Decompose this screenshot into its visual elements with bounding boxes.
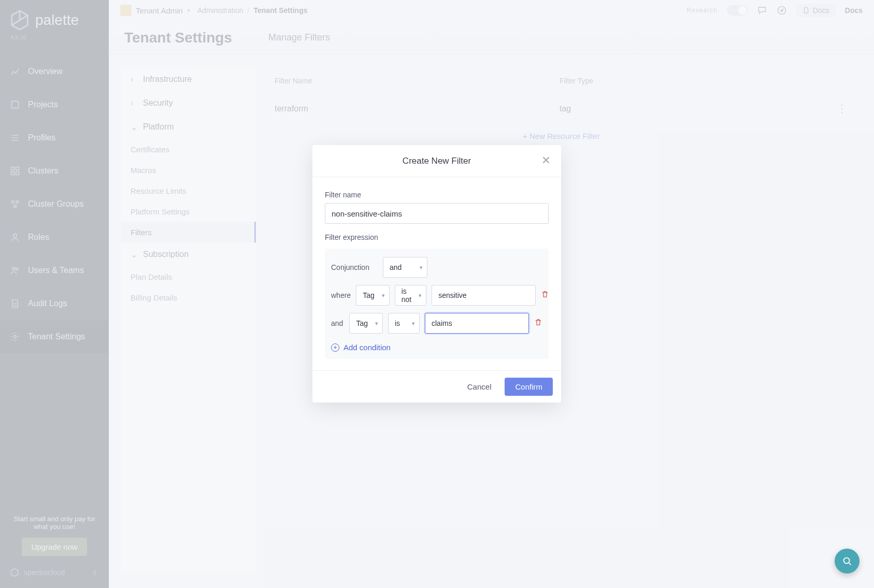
confirm-button[interactable]: Confirm	[505, 378, 553, 396]
operator-select[interactable]: is not▾	[395, 285, 426, 306]
operator-select[interactable]: is▾	[388, 313, 420, 334]
condition-lead: and	[331, 319, 344, 327]
value-input[interactable]	[432, 285, 536, 306]
chevron-down-icon: ▾	[375, 320, 378, 327]
trash-icon[interactable]	[541, 290, 549, 300]
select-value: is	[395, 319, 400, 327]
chevron-down-icon: ▾	[420, 264, 423, 271]
help-fab[interactable]	[835, 549, 859, 573]
add-condition-button[interactable]: + Add condition	[331, 341, 542, 357]
filter-name-input[interactable]	[325, 203, 549, 224]
conjunction-row: Conjunction and ▾	[331, 257, 542, 278]
chevron-down-icon: ▾	[412, 320, 415, 327]
filter-expression-label: Filter expression	[325, 233, 549, 241]
modal-body: Filter name Filter expression Conjunctio…	[312, 177, 561, 370]
modal-footer: Cancel Confirm	[312, 370, 561, 403]
select-value: and	[390, 263, 402, 271]
modal-title: Create New Filter	[403, 156, 471, 166]
filter-name-label: Filter name	[325, 191, 549, 199]
field-select[interactable]: Tag▾	[356, 285, 390, 306]
value-input[interactable]	[425, 313, 529, 334]
condition-lead: where	[331, 291, 351, 299]
search-icon	[841, 555, 853, 567]
condition-row: and Tag▾ is▾	[331, 313, 542, 334]
cancel-button[interactable]: Cancel	[459, 378, 500, 395]
plus-icon: +	[331, 343, 339, 352]
condition-row: where Tag▾ is not▾	[331, 285, 542, 306]
select-value: Tag	[363, 291, 375, 299]
add-condition-label: Add condition	[343, 343, 391, 352]
close-icon[interactable]	[540, 154, 552, 166]
trash-icon[interactable]	[534, 318, 542, 328]
chevron-down-icon: ▾	[419, 292, 422, 299]
conjunction-label: Conjunction	[331, 263, 378, 271]
select-value: Tag	[356, 319, 368, 327]
svg-point-13	[844, 558, 850, 564]
modal-header: Create New Filter	[312, 145, 561, 177]
chevron-down-icon: ▾	[382, 292, 385, 299]
field-select[interactable]: Tag▾	[349, 313, 383, 334]
conjunction-select[interactable]: and ▾	[383, 257, 427, 278]
create-filter-modal: Create New Filter Filter name Filter exp…	[312, 145, 561, 403]
select-value: is not	[402, 287, 411, 304]
expression-builder: Conjunction and ▾ where Tag▾ is not▾	[325, 249, 549, 359]
